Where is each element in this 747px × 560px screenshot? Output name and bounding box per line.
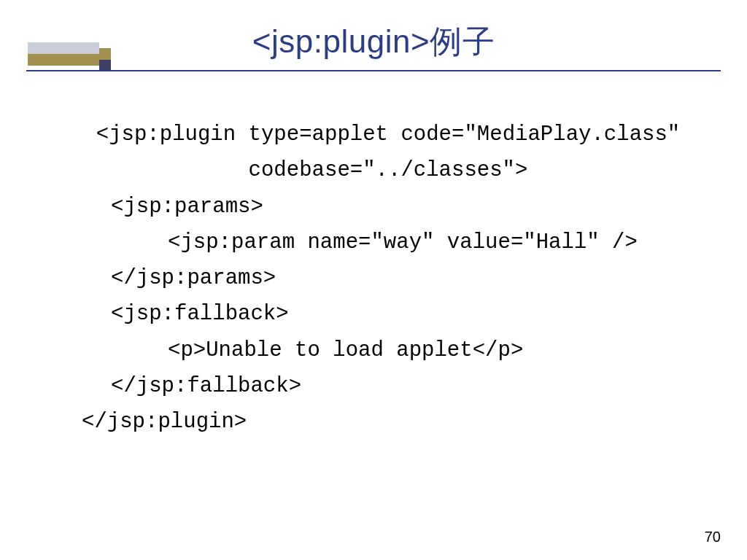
title-divider [26,70,721,71]
code-line-1b: codebase="../classes"> [73,152,703,188]
code-block: <jsp:plugin type=applet code="MediaPlay.… [73,117,703,440]
code-line-7: </jsp:fallback> [111,368,703,404]
title-area: <jsp:plugin>例子 [0,0,747,63]
code-line-3: <jsp:param name="way" value="Hall" /> [168,225,703,260]
slide-title: <jsp:plugin>例子 [252,20,495,63]
title-cjk-part: 例子 [430,24,495,60]
code-line-4: </jsp:params> [111,260,703,296]
code-line-8: </jsp:plugin> [82,404,703,440]
slide: <jsp:plugin>例子 <jsp:plugin type=applet c… [0,0,747,560]
title-code-part: <jsp:plugin> [252,23,430,59]
code-line-1a: <jsp:plugin type=applet code="MediaPlay.… [73,117,703,152]
code-line-2: <jsp:params> [111,189,703,225]
code-line-5: <jsp:fallback> [111,296,703,332]
page-number: 70 [705,529,721,545]
code-line-6: <p>Unable to load applet</p> [168,332,703,368]
